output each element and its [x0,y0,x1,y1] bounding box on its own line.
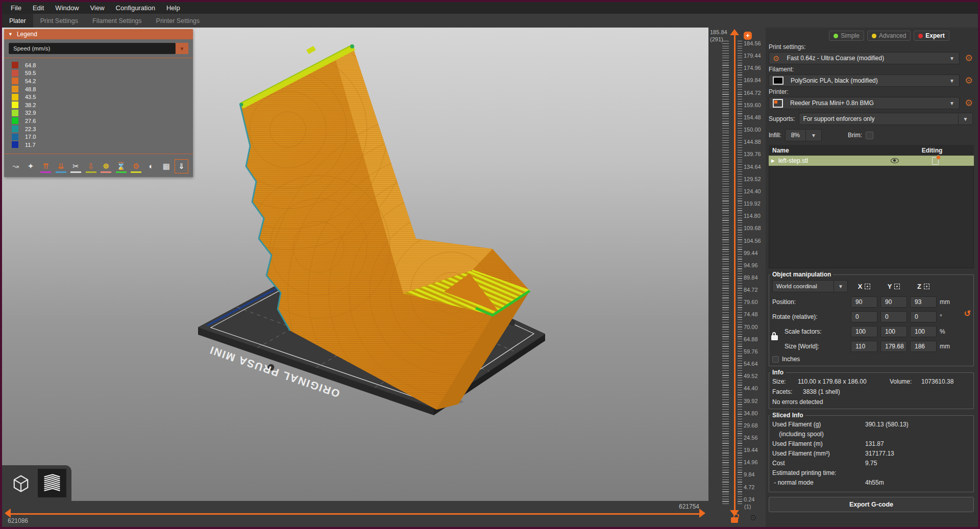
color-changes-icon[interactable]: ☸ [99,159,113,173]
brim-checkbox[interactable] [866,132,873,139]
legend-entries: 64.8 59.5 54.2 48.8 [4,60,193,150]
view-type-dropdown[interactable]: Speed (mm/s) ▼ [9,43,188,54]
infill-label: Infill: [769,132,781,139]
chevron-down-icon: ▼ [949,100,954,106]
retractions-icon[interactable]: ⇈ [39,159,53,173]
layer-tick-label: 154.48 [744,115,761,120]
tab-plater[interactable]: Plater [2,14,33,28]
infill-combo[interactable]: 8% ▼ [785,129,822,141]
z-value-field[interactable]: 100 [910,326,937,337]
x-value-field[interactable]: 90 [851,296,877,308]
add-color-change-button[interactable]: + [744,32,752,40]
legend-entry: 43.5 [12,93,193,101]
inches-checkbox[interactable] [772,356,779,363]
layers-icon [41,472,63,494]
y-value-field[interactable]: 0 [880,311,907,322]
chevron-down-icon[interactable]: ▼ [834,281,847,292]
mode-simple-button[interactable]: Simple [829,31,864,41]
tab-printer-settings[interactable]: Printer Settings [149,14,207,28]
mode-expert-button[interactable]: Expert [914,31,949,41]
y-value-field[interactable]: 179.68 [880,341,907,352]
moves-slider-left-value: 621086 [8,517,28,524]
object-list-row[interactable]: ▶ left-step.stl [769,156,974,166]
moves-slider[interactable]: 621754 621086 [2,501,708,527]
chevron-down-icon[interactable]: ▼ [805,130,821,141]
filament-combo[interactable]: PolySonic PLA, black (modified) ▼ [769,74,960,87]
x-value-field[interactable]: 0 [851,311,877,322]
mode-advanced-button[interactable]: Advanced [867,31,911,41]
tab-filament-settings[interactable]: Filament Settings [85,14,149,28]
seams-icon[interactable]: ✂ [69,159,83,173]
preview-layers-view-button[interactable] [38,469,66,497]
visibility-eye-icon[interactable] [891,158,899,163]
axis-x-label: X [858,283,863,290]
layer-tick-label: 4.72 [744,485,761,490]
menu-item[interactable]: View [85,4,110,12]
menu-item[interactable]: File [5,4,27,12]
3d-viewport[interactable]: ORIGINAL PRUSA MINI [2,28,708,501]
menu-item[interactable]: Configuration [110,4,161,12]
layer-tick-label: 144.88 [744,139,761,145]
menu-item[interactable]: Window [50,4,84,12]
tool-changes-icon[interactable]: ⇩ [84,159,98,173]
legend-color-swatch [12,141,18,148]
3d-editor-view-button[interactable] [7,469,35,497]
x-value-field[interactable]: 110 [851,341,877,352]
legend-color-swatch [12,62,18,68]
layer-tick-label: 64.88 [744,337,761,342]
chevron-down-icon[interactable]: ▼ [176,43,188,54]
layer-slider[interactable]: 185.84 (291) + 184.56179.44174.96169.841… [708,28,766,527]
layer-tick-label: 39.92 [744,398,761,404]
printer-combo[interactable]: Reeder Prusa Mini+ 0.8n BMG ▼ [769,97,960,109]
editing-state-icon[interactable] [932,157,939,165]
y-value-field[interactable]: 90 [880,296,907,308]
coordinate-system-combo[interactable]: World coordinal ▼ [772,280,848,292]
sliced-model[interactable] [168,28,635,476]
travel-moves-icon[interactable]: ↝ [9,159,22,173]
menu-item[interactable]: Edit [27,4,50,12]
x-value-field[interactable]: 100 [851,326,877,337]
moves-slider-left-handle[interactable] [5,509,11,518]
legend-header[interactable]: ▼ Legend [4,29,193,39]
edit-print-settings-gear-icon[interactable]: ⚙ [964,53,974,63]
legend-color-swatch [12,110,18,116]
export-gcode-button[interactable]: Export G-code [769,497,974,512]
shells-icon[interactable]: ▦ [159,159,173,173]
mode-switcher: Simple Advanced Expert [804,31,974,41]
center-of-gravity-icon[interactable]: ◐ [144,159,158,173]
wipe-moves-icon[interactable]: ✦ [24,159,38,173]
reset-rotation-icon[interactable]: ↺ [964,309,971,318]
legend-entry: 32.9 [12,109,193,117]
uniform-scale-lock-icon[interactable] [771,335,778,340]
layer-slider-upper-handle[interactable] [730,29,739,35]
size-label: Size: [772,378,796,385]
layer-tick-label: 44.40 [744,386,761,391]
object-list-empty-area[interactable] [769,166,974,268]
menu-item[interactable]: Help [161,4,186,12]
edit-filament-gear-icon[interactable]: ⚙ [964,75,974,86]
deretractions-icon[interactable]: ⇊ [54,159,68,173]
chevron-down-icon[interactable]: ▼ [958,113,972,124]
object-manipulation-group: Object manipulation World coordinal ▼ X … [769,274,974,366]
print-settings-combo[interactable]: ⚙ Fast 0.64z - Ultra Coarse (modified) ▼ [769,52,960,64]
unlock-icon[interactable] [731,517,738,523]
manipulation-row: Size [World]: 110 179.68 186 mm [772,341,970,352]
moves-slider-track[interactable] [10,513,702,515]
layer-slider-track[interactable] [734,35,736,511]
size-value: 110.00 x 179.68 x 186.00 [798,378,888,385]
layer-tick-label: 84.72 [744,287,761,293]
pause-prints-icon[interactable]: ⌛ [114,159,128,173]
legend-toggle-icon[interactable]: ⇓ [175,159,188,173]
expander-triangle-icon[interactable]: ▶ [771,158,775,163]
edit-printer-gear-icon[interactable]: ⚙ [964,98,974,108]
z-value-field[interactable]: 186 [910,341,937,352]
supports-combo[interactable]: For support enforcers only ▼ [799,113,973,125]
z-value-field[interactable]: 0 [910,311,937,322]
moves-slider-right-handle[interactable] [699,509,705,518]
custom-gcodes-icon[interactable]: ⚙ [129,159,143,173]
z-value-field[interactable]: 93 [910,296,937,308]
sliced-info-title: Sliced Info [770,412,805,419]
slider-settings-gear-icon[interactable]: ⚙ [749,513,757,523]
tab-print-settings[interactable]: Print Settings [33,14,85,28]
y-value-field[interactable]: 100 [880,326,907,337]
